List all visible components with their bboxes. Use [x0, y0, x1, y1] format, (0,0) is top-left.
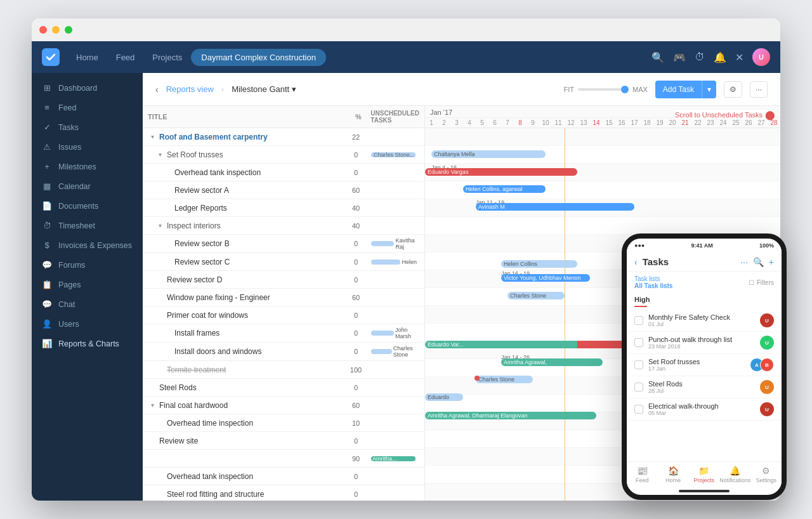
- all-task-lists[interactable]: All Task lists: [634, 282, 672, 289]
- nav-feed[interactable]: Feed: [107, 49, 144, 66]
- forums-icon: 💬: [42, 260, 52, 270]
- maximize-button[interactable]: [65, 26, 72, 34]
- task-checkbox[interactable]: [634, 316, 643, 325]
- back-button[interactable]: ‹: [155, 84, 159, 95]
- minimize-button[interactable]: [52, 26, 60, 34]
- mobile-task-item[interactable]: Monthly Fire Safety Check 01 Jul U: [627, 310, 782, 332]
- task-title: Install doors and windows: [174, 347, 343, 356]
- add-task-button[interactable]: Add Task ▾: [655, 81, 716, 98]
- sidebar-item-timesheet[interactable]: ⏱ Timesheet: [32, 216, 143, 235]
- sidebar-item-milestones[interactable]: + Milestones: [32, 157, 143, 176]
- sidebar-item-documents[interactable]: 📄 Documents: [32, 196, 143, 216]
- task-row[interactable]: ▾ Review sector D 0: [143, 271, 424, 289]
- task-lists-link[interactable]: Task lists: [634, 275, 660, 282]
- mobile-task-item[interactable]: Electrical walk-through 05 Mar U: [627, 398, 782, 421]
- task-checkbox[interactable]: [634, 360, 643, 369]
- task-row[interactable]: ▾ Final coat hardwood 60: [143, 397, 424, 414]
- mobile-task-item[interactable]: Punch-out walk through list 23 Mar 2018 …: [627, 332, 782, 354]
- mobile-task-item[interactable]: Set Roof trusses 17 Jan A B: [627, 354, 782, 376]
- task-row[interactable]: ▾ Overhead tank inspection 0: [143, 164, 424, 181]
- task-row[interactable]: ▾ Primer coat for windows 0: [143, 306, 424, 324]
- task-row[interactable]: ▾ Overhead tank inspection 0: [143, 468, 424, 485]
- mobile-search-icon[interactable]: 🔍: [753, 257, 764, 267]
- task-date: 28 Jul: [648, 388, 755, 394]
- task-title: Termite treatment: [167, 365, 343, 374]
- search-icon[interactable]: 🔍: [652, 51, 664, 63]
- mobile-nav-home[interactable]: 🏠 Home: [658, 466, 689, 483]
- sidebar-item-calendar[interactable]: ▦ Calendar: [32, 176, 143, 196]
- pages-icon: 📋: [42, 280, 52, 289]
- mobile-filter-bar: Task lists All Task lists ☐ Filters: [627, 272, 782, 293]
- nav-projects[interactable]: Projects: [143, 49, 191, 66]
- day-24: 24: [717, 119, 730, 126]
- mobile-nav-feed[interactable]: 📰 Feed: [627, 466, 658, 483]
- task-row[interactable]: ▾ Install frames 0 John Marsh: [143, 324, 424, 343]
- mobile-back-button[interactable]: ‹: [634, 257, 638, 267]
- task-row[interactable]: ▾ Inspect interiors 40: [143, 217, 424, 235]
- sidebar-item-chat[interactable]: 💬 Chat: [32, 294, 143, 314]
- breadcrumb-link[interactable]: Reports view: [166, 84, 214, 94]
- close-button[interactable]: [39, 26, 47, 34]
- mobile-avatar: B: [760, 358, 774, 372]
- view-label: Milestone Gantt: [232, 84, 289, 94]
- dropdown-arrow-icon[interactable]: ▾: [702, 81, 716, 98]
- sidebar-item-issues[interactable]: ⚠ Issues: [32, 137, 143, 157]
- expand-icon[interactable]: ▾: [148, 133, 157, 141]
- task-row[interactable]: ▾ Set Roof trusses 0 Charles Stone...: [143, 146, 424, 164]
- zoom-slider[interactable]: [578, 88, 629, 91]
- sidebar-label-reports: Reports & Charts: [58, 339, 119, 348]
- calendar-icon: ▦: [42, 181, 52, 191]
- nav-project-current[interactable]: Daymart Complex Construction: [191, 49, 326, 66]
- sidebar-item-feed[interactable]: ≡ Feed: [32, 98, 143, 117]
- task-row[interactable]: ▾ Ledger Reports 40: [143, 199, 424, 217]
- task-row[interactable]: ▾ Overhead time inspection 10: [143, 414, 424, 432]
- task-row[interactable]: ▾ Roof and Basement carpentry 22: [143, 128, 424, 146]
- timer-icon[interactable]: ⏱: [695, 51, 705, 63]
- sidebar-item-dashboard[interactable]: ⊞ Dashboard: [32, 78, 143, 98]
- task-row[interactable]: ▾ Review sector B 0 Kavitha Raj: [143, 235, 424, 253]
- day-8: 8: [514, 119, 527, 126]
- view-selector[interactable]: Milestone Gantt ▾: [232, 84, 296, 94]
- task-checkbox[interactable]: [634, 338, 643, 347]
- task-row[interactable]: ▾ Window pane fixing - Engineer 60: [143, 289, 424, 306]
- avatar[interactable]: U: [752, 48, 770, 66]
- gamepad-icon[interactable]: 🎮: [673, 51, 686, 63]
- sidebar-item-forums[interactable]: 💬 Forums: [32, 255, 143, 275]
- task-pct: 60: [343, 402, 369, 409]
- logo[interactable]: [42, 48, 60, 66]
- expand-icon[interactable]: ▾: [148, 401, 157, 410]
- mobile-task-item[interactable]: Steel Rods 28 Jul U: [627, 376, 782, 398]
- task-checkbox[interactable]: [634, 405, 643, 414]
- task-checkbox[interactable]: [634, 383, 643, 391]
- sidebar-item-tasks[interactable]: ✓ Tasks: [32, 117, 143, 137]
- task-row[interactable]: ▾ Termite treatment 100: [143, 361, 424, 379]
- sidebar-item-users[interactable]: 👤 Users: [32, 314, 143, 334]
- filters-button[interactable]: ☐ Filters: [749, 279, 774, 286]
- mobile-nav-notifications[interactable]: 🔔 Notifications: [719, 466, 750, 483]
- task-row[interactable]: ▾ Steel rod fitting and structure 0: [143, 485, 424, 501]
- expand-icon[interactable]: ▾: [155, 221, 164, 230]
- sidebar-item-reports[interactable]: 📊 Reports & Charts: [32, 334, 143, 353]
- mobile-avatar: U: [760, 380, 774, 394]
- task-row[interactable]: ▾ Review sector A 60: [143, 181, 424, 199]
- bell-icon[interactable]: 🔔: [714, 51, 726, 63]
- task-row[interactable]: ▾ Review site 0: [143, 432, 424, 450]
- task-pct: 0: [343, 329, 369, 337]
- filter-button[interactable]: ⚙: [724, 81, 742, 98]
- mobile-more-icon[interactable]: ···: [740, 257, 748, 267]
- nav-home[interactable]: Home: [67, 49, 107, 66]
- mobile-nav-projects[interactable]: 📁 Projects: [689, 466, 720, 483]
- scroll-to-unscheduled[interactable]: Scroll to Unscheduled Tasks ⬤: [675, 110, 775, 120]
- mobile-add-icon[interactable]: +: [769, 257, 774, 267]
- task-row[interactable]: ▾ 90 Amritha...: [143, 450, 424, 468]
- sidebar-item-invoices[interactable]: $ Invoices & Expenses: [32, 235, 143, 255]
- top-nav: Home Feed Projects Daymart Complex Const…: [32, 41, 780, 73]
- task-row[interactable]: ▾ Review sector C 0 Helen: [143, 253, 424, 271]
- sidebar-item-pages[interactable]: 📋 Pages: [32, 275, 143, 294]
- expand-icon[interactable]: ▾: [155, 150, 164, 159]
- task-row[interactable]: ▾ Steel Rods 0: [143, 379, 424, 397]
- close-icon[interactable]: ✕: [735, 51, 743, 63]
- mobile-nav-settings[interactable]: ⚙ Settings: [750, 466, 782, 483]
- more-button[interactable]: ···: [750, 81, 768, 98]
- task-row[interactable]: ▾ Install doors and windows 0 Charles St…: [143, 343, 424, 361]
